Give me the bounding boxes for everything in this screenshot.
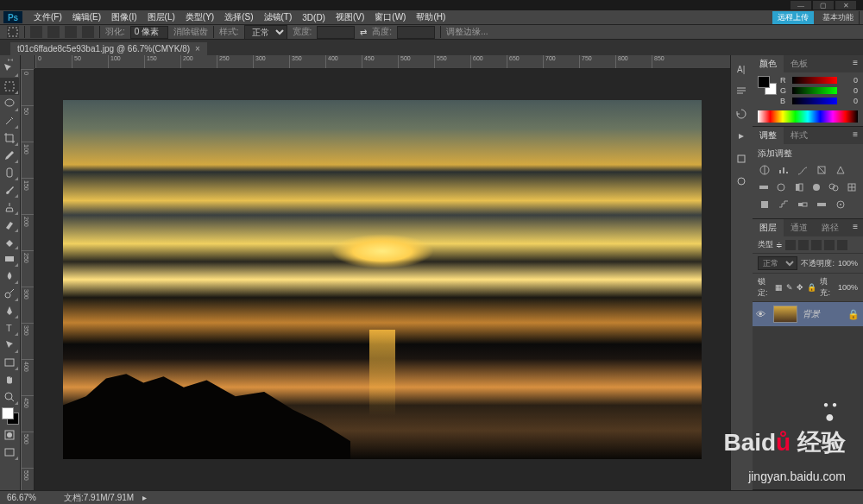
panel-menu-icon[interactable]: ≡ xyxy=(847,55,863,72)
selection-add-icon[interactable] xyxy=(47,26,60,38)
antialias-checkbox[interactable]: 消除锯齿 xyxy=(173,26,208,38)
gradient-tool[interactable] xyxy=(0,250,19,268)
canvas-viewport[interactable] xyxy=(35,69,730,490)
crop-tool[interactable] xyxy=(0,129,19,147)
blend-mode-select[interactable]: 正常 xyxy=(758,256,797,270)
g-value[interactable]: 0 xyxy=(841,86,858,95)
selection-intersect-icon[interactable] xyxy=(82,26,94,38)
menu-edit[interactable]: 编辑(E) xyxy=(68,11,105,23)
hand-tool[interactable] xyxy=(0,371,19,388)
vibrance-icon[interactable] xyxy=(834,163,847,177)
dodge-tool[interactable] xyxy=(0,285,19,302)
opacity-value[interactable]: 100% xyxy=(838,259,858,268)
threshold-icon[interactable] xyxy=(796,198,809,211)
color-tab[interactable]: 颜色 xyxy=(753,55,784,72)
minimize-button[interactable]: — xyxy=(791,1,811,9)
document-tab[interactable]: t01c6ffade8c5e93ba1.jpg @ 66.7%(CMYK/8) … xyxy=(10,42,207,55)
lock-position-icon[interactable]: ✥ xyxy=(797,283,803,292)
paragraph-panel-icon[interactable] xyxy=(731,81,752,102)
maximize-button[interactable]: ▢ xyxy=(813,1,834,9)
marquee-tool-icon[interactable] xyxy=(7,26,19,38)
eraser-tool[interactable] xyxy=(0,233,19,250)
panel-color-swatch[interactable] xyxy=(758,76,777,95)
panel-menu-icon[interactable]: ≡ xyxy=(847,127,863,144)
refine-edge-button[interactable]: 调整边缘... xyxy=(446,26,488,38)
lock-icon[interactable]: 🔒 xyxy=(847,309,860,320)
styles-tab[interactable]: 样式 xyxy=(784,127,815,144)
lasso-tool[interactable] xyxy=(0,95,19,112)
close-button[interactable]: ✕ xyxy=(835,1,856,9)
panel-menu-icon[interactable]: ≡ xyxy=(847,219,863,236)
move-tool[interactable] xyxy=(0,60,19,78)
menu-3d[interactable]: 3D(D) xyxy=(298,13,330,22)
exposure-icon[interactable] xyxy=(815,163,828,177)
menu-window[interactable]: 窗口(W) xyxy=(370,11,410,23)
quick-mask-toggle[interactable] xyxy=(0,426,19,444)
vertical-ruler[interactable]: 050100150200250300350400450500550 xyxy=(21,69,35,490)
filter-smart-icon[interactable] xyxy=(837,240,847,250)
zoom-level[interactable]: 66.67% xyxy=(7,493,55,502)
layer-thumbnail[interactable] xyxy=(773,306,797,323)
photo-filter-icon[interactable] xyxy=(810,180,822,194)
brightness-contrast-icon[interactable] xyxy=(758,163,772,177)
selection-subtract-icon[interactable] xyxy=(65,26,77,38)
posterize-icon[interactable] xyxy=(777,198,791,211)
menu-help[interactable]: 帮助(H) xyxy=(412,11,450,23)
adjustments-tab[interactable]: 调整 xyxy=(753,127,784,144)
b-slider[interactable] xyxy=(792,98,837,104)
path-selection-tool[interactable] xyxy=(0,337,19,354)
filter-pixel-icon[interactable] xyxy=(785,240,796,250)
screen-mode-toggle[interactable] xyxy=(0,444,19,461)
layer-row[interactable]: 👁 背景 🔒 xyxy=(753,302,863,326)
tab-close-icon[interactable]: × xyxy=(195,44,200,54)
healing-brush-tool[interactable] xyxy=(0,164,19,181)
character-panel-icon[interactable]: A| xyxy=(731,59,752,79)
history-panel-icon[interactable] xyxy=(731,104,752,124)
workspace-switcher[interactable]: 基本功能 xyxy=(817,11,860,24)
color-swatch[interactable] xyxy=(2,407,19,425)
history-brush-tool[interactable] xyxy=(0,216,19,233)
swatches-tab[interactable]: 色板 xyxy=(784,55,815,72)
magic-wand-tool[interactable] xyxy=(0,112,19,129)
lock-pixels-icon[interactable]: ✎ xyxy=(786,283,793,292)
cloud-upload-button[interactable]: 远程上传 xyxy=(772,11,814,24)
g-slider[interactable] xyxy=(792,87,837,94)
zoom-tool[interactable] xyxy=(0,388,19,406)
actions-panel-icon[interactable] xyxy=(731,126,752,147)
menu-layer[interactable]: 图层(L) xyxy=(143,11,180,23)
black-white-icon[interactable] xyxy=(793,180,805,194)
filter-adjustment-icon[interactable] xyxy=(798,240,809,250)
r-slider[interactable] xyxy=(792,77,837,84)
feather-input[interactable] xyxy=(130,26,168,39)
properties-panel-icon[interactable] xyxy=(731,148,752,169)
canvas-image[interactable] xyxy=(63,100,702,459)
menu-image[interactable]: 图像(I) xyxy=(107,11,141,23)
marquee-tool[interactable] xyxy=(0,78,19,95)
clone-stamp-tool[interactable] xyxy=(0,198,19,216)
levels-icon[interactable] xyxy=(777,163,791,177)
type-tool[interactable]: T xyxy=(0,319,19,337)
gradient-map-icon[interactable] xyxy=(815,198,828,211)
selection-new-icon[interactable] xyxy=(30,26,42,38)
channel-mixer-icon[interactable] xyxy=(828,180,840,194)
paths-tab[interactable]: 路径 xyxy=(815,219,846,236)
info-chevron-icon[interactable]: ▸ xyxy=(142,493,147,502)
menu-type[interactable]: 类型(Y) xyxy=(181,11,218,23)
rectangle-tool[interactable] xyxy=(0,354,19,371)
filter-shape-icon[interactable] xyxy=(824,240,835,250)
r-value[interactable]: 0 xyxy=(841,76,858,85)
style-select[interactable]: 正常 xyxy=(244,25,287,40)
layer-name[interactable]: 背景 xyxy=(803,308,820,320)
hue-saturation-icon[interactable] xyxy=(758,180,770,194)
fill-value[interactable]: 100% xyxy=(838,283,858,292)
horizontal-ruler[interactable]: 0501001502002503003504004505005506006507… xyxy=(21,55,730,69)
visibility-toggle-icon[interactable]: 👁 xyxy=(756,309,768,319)
blur-tool[interactable] xyxy=(0,268,19,285)
menu-view[interactable]: 视图(V) xyxy=(331,11,369,23)
pen-tool[interactable] xyxy=(0,302,19,319)
menu-file[interactable]: 文件(F) xyxy=(29,11,66,23)
b-value[interactable]: 0 xyxy=(841,97,858,105)
color-lookup-icon[interactable] xyxy=(846,180,858,194)
color-balance-icon[interactable] xyxy=(775,180,787,194)
menu-select[interactable]: 选择(S) xyxy=(220,11,257,23)
